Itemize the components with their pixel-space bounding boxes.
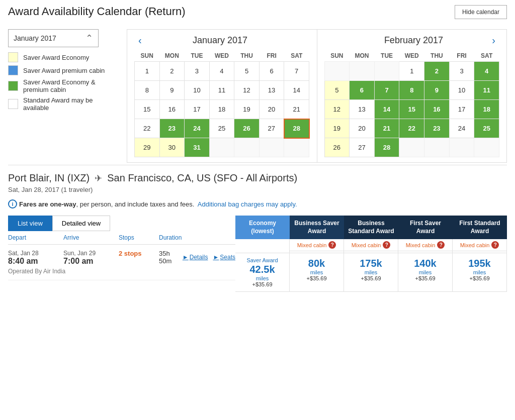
- calendar-day-cell[interactable]: 19: [324, 119, 350, 138]
- details-link[interactable]: ► Details: [183, 254, 208, 261]
- calendar-day-cell[interactable]: 14: [374, 100, 399, 119]
- calendar-day-cell[interactable]: 7: [284, 62, 309, 81]
- calendar-empty-cell: [259, 138, 284, 157]
- calendar-day-cell[interactable]: 15: [399, 100, 424, 119]
- fees-amount: +$35.69: [455, 275, 504, 281]
- calendar-day-cell[interactable]: 5: [324, 81, 350, 100]
- calendar-day-cell[interactable]: 20: [259, 100, 284, 119]
- calendar-day-cell[interactable]: 31: [185, 138, 210, 157]
- calendar-day-cell[interactable]: 29: [135, 138, 160, 157]
- calendar-day-cell[interactable]: 22: [399, 119, 424, 138]
- calendar-day-cell[interactable]: 26: [324, 138, 350, 157]
- calendar-feb: February 2017›SUNMONTUEWEDTHUFRISAT12345…: [317, 30, 507, 162]
- fare-mixed-cell: Mixed cabin?: [398, 239, 453, 253]
- fares-note-text: Fares are one-way, per person, and inclu…: [19, 200, 297, 208]
- mixed-cabin-question-icon[interactable]: ?: [491, 241, 499, 249]
- mixed-cabin-question-icon[interactable]: ?: [383, 241, 390, 249]
- calendar-day-cell[interactable]: 18: [209, 100, 234, 119]
- calendar-day-cell[interactable]: 21: [284, 100, 309, 119]
- calendar-day-cell[interactable]: 12: [324, 100, 350, 119]
- calendar-day-cell[interactable]: 20: [350, 119, 375, 138]
- calendar-nav: February 2017›: [324, 35, 500, 46]
- calendar-day-cell[interactable]: 9: [424, 81, 450, 100]
- calendar-day-cell[interactable]: 13: [350, 100, 375, 119]
- calendar-day-cell[interactable]: 26: [234, 119, 260, 138]
- operated-by: Operated By Air India: [8, 268, 235, 275]
- day-of-week-header: SUN: [324, 50, 350, 62]
- calendar-day-cell[interactable]: 22: [135, 119, 160, 138]
- calendar-day-cell[interactable]: 21: [374, 119, 399, 138]
- calendar-day-cell[interactable]: 4: [474, 62, 499, 81]
- calendar-day-cell[interactable]: 28: [374, 138, 399, 157]
- calendar-day-cell[interactable]: 10: [449, 81, 474, 100]
- mixed-cabin-label: Mixed cabin?: [344, 239, 398, 251]
- day-of-week-header: FRI: [259, 50, 284, 62]
- calendar-day-cell[interactable]: 18: [474, 100, 499, 119]
- calendar-day-cell[interactable]: 6: [259, 62, 284, 81]
- calendar-day-cell[interactable]: 9: [159, 81, 185, 100]
- calendar-day-cell[interactable]: 1: [135, 62, 160, 81]
- fare-price-row: Saver Award42.5kmiles+$35.6980kmiles+$35…: [235, 253, 507, 292]
- calendar-day-cell[interactable]: 27: [350, 138, 375, 157]
- calendar-day-cell[interactable]: 23: [159, 119, 185, 138]
- hide-calendar-button[interactable]: Hide calendar: [455, 5, 507, 19]
- calendar-day-cell[interactable]: 1: [399, 62, 424, 81]
- calendar-day-cell[interactable]: 5: [234, 62, 260, 81]
- calendar-day-cell[interactable]: 14: [284, 81, 309, 100]
- calendar-day-cell[interactable]: 25: [474, 119, 499, 138]
- flight-depart: Sat, Jan 28 8:40 am: [8, 250, 63, 266]
- prev-month-arrow[interactable]: ‹: [134, 35, 146, 46]
- calendar-day-cell[interactable]: 11: [474, 81, 499, 100]
- calendar-day-cell[interactable]: 16: [424, 100, 450, 119]
- calendar-day-cell[interactable]: 19: [234, 100, 260, 119]
- page-container: Award Availability Calendar (Return) Hid…: [8, 5, 507, 292]
- fare-price-cell[interactable]: 140kmiles+$35.69: [398, 253, 453, 292]
- mixed-cabin-label: Mixed cabin?: [398, 239, 452, 251]
- calendar-day-cell[interactable]: 24: [449, 119, 474, 138]
- seats-link[interactable]: ► Seats: [213, 254, 235, 261]
- calendar-day-cell[interactable]: 6: [350, 81, 375, 100]
- calendar-day-cell[interactable]: 24: [185, 119, 210, 138]
- month-selector[interactable]: January 2017 ⌃: [8, 29, 99, 47]
- fare-price-cell[interactable]: 195kmiles+$35.69: [453, 253, 507, 292]
- calendar-day-cell[interactable]: 12: [234, 81, 260, 100]
- fare-col-header: Economy (lowest): [235, 216, 290, 239]
- calendar-day-cell[interactable]: 8: [399, 81, 424, 100]
- col-headers: Depart Arrive Stops Duration: [8, 231, 235, 245]
- calendar-day-cell[interactable]: 28: [284, 119, 309, 138]
- calendar-day-cell[interactable]: 4: [209, 62, 234, 81]
- calendar-day-cell[interactable]: 17: [449, 100, 474, 119]
- mixed-cabin-question-icon[interactable]: ?: [437, 241, 445, 249]
- miles-unit: miles: [292, 269, 341, 275]
- bag-charges-link[interactable]: Additional bag charges may apply.: [198, 200, 297, 208]
- mixed-cabin-text: Mixed cabin: [352, 242, 381, 248]
- calendar-day-cell[interactable]: 8: [135, 81, 160, 100]
- calendar-day-cell[interactable]: 15: [135, 100, 160, 119]
- detailed-view-button[interactable]: Detailed view: [52, 216, 110, 231]
- calendar-day-cell[interactable]: 2: [159, 62, 185, 81]
- month-selector-arrow: ⌃: [85, 33, 93, 44]
- mixed-cabin-question-icon[interactable]: ?: [328, 241, 336, 249]
- calendar-day-cell[interactable]: 3: [185, 62, 210, 81]
- calendar-day-cell[interactable]: 30: [159, 138, 185, 157]
- calendar-day-cell[interactable]: 10: [185, 81, 210, 100]
- calendar-day-cell[interactable]: 25: [209, 119, 234, 138]
- calendar-day-cell[interactable]: 16: [159, 100, 185, 119]
- calendar-day-cell[interactable]: 3: [449, 62, 474, 81]
- fare-col-header: First Saver Award: [398, 216, 453, 239]
- day-of-week-header: WED: [399, 50, 424, 62]
- calendar-day-cell[interactable]: 11: [209, 81, 234, 100]
- calendar-day-cell[interactable]: 23: [424, 119, 450, 138]
- fare-price-cell[interactable]: 175kmiles+$35.69: [344, 253, 398, 292]
- fare-price-cell[interactable]: 80kmiles+$35.69: [290, 253, 344, 292]
- list-view-button[interactable]: List view: [8, 216, 52, 231]
- calendar-day-cell[interactable]: 27: [259, 119, 284, 138]
- fare-price-cell[interactable]: Saver Award42.5kmiles+$35.69: [235, 253, 290, 292]
- calendar-day-cell[interactable]: 17: [185, 100, 210, 119]
- calendar-day-cell[interactable]: 13: [259, 81, 284, 100]
- calendar-day-cell[interactable]: 2: [424, 62, 450, 81]
- col-header-depart: Depart: [8, 234, 63, 241]
- calendar-day-cell[interactable]: 7: [374, 81, 399, 100]
- fare-mixed-cell: Mixed cabin?: [453, 239, 507, 253]
- next-month-arrow[interactable]: ›: [488, 35, 499, 46]
